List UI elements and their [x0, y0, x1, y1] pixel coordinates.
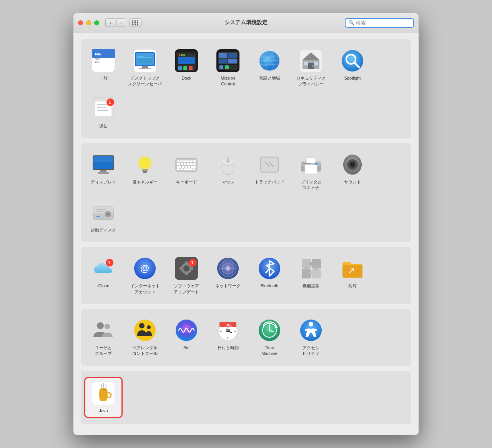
pref-display[interactable]: ディスプレイ — [84, 149, 123, 194]
timemachine-icon — [258, 319, 281, 342]
java-icon — [92, 382, 115, 405]
pref-dock[interactable]: Dock — [167, 45, 206, 90]
svg-rect-26 — [219, 53, 227, 58]
pref-software[interactable]: 1 ソフトウェアアップデート — [167, 253, 206, 298]
svg-rect-81 — [190, 163, 193, 165]
svg-rect-32 — [225, 65, 229, 69]
pref-spotlight[interactable]: Spotlight — [333, 45, 372, 90]
pref-energy[interactable]: 省エネルギー — [126, 149, 164, 194]
pref-printer[interactable]: プリンタとスキャナ — [292, 149, 330, 194]
titlebar: ‹ › システム環境設定 🔍 — [73, 13, 419, 33]
pref-timemachine[interactable]: TimeMachine — [250, 315, 289, 360]
pref-java-label: Java — [99, 408, 108, 414]
pref-icloud-icon-wrapper: 1 — [91, 256, 116, 281]
pref-timemachine-label: TimeMachine — [261, 345, 278, 357]
pref-security[interactable]: セキュリティとプライバシー — [292, 45, 330, 90]
pref-accessibility[interactable]: アクセシビリティ — [292, 315, 330, 360]
svg-rect-89 — [181, 168, 183, 170]
siri-icon — [175, 319, 198, 342]
svg-rect-72 — [180, 160, 183, 162]
grid-view-button[interactable] — [129, 18, 141, 27]
svg-rect-83 — [177, 166, 181, 168]
pref-internet-icon-wrapper: @ — [133, 256, 157, 281]
svg-rect-59 — [98, 172, 109, 174]
close-button[interactable] — [78, 20, 83, 25]
pref-users[interactable]: ユーザとグループ — [84, 315, 123, 360]
search-box[interactable]: 🔍 — [345, 18, 414, 28]
pref-users-label: ユーザとグループ — [95, 345, 112, 357]
svg-rect-29 — [228, 59, 237, 63]
svg-rect-82 — [193, 163, 196, 165]
system-preferences-window: ‹ › システム環境設定 🔍 — [73, 13, 419, 435]
svg-point-129 — [183, 265, 189, 271]
pref-dock-label: Dock — [181, 75, 191, 81]
svg-text:1: 1 — [108, 260, 110, 265]
svg-rect-18 — [189, 66, 193, 70]
parental-icon — [133, 319, 156, 342]
content-area: File New One 一般 — [73, 33, 419, 435]
svg-rect-131 — [185, 272, 188, 275]
pref-icloud[interactable]: 1 iCloud — [84, 253, 123, 298]
pref-parental[interactable]: ペアレンタルコントロール — [126, 315, 164, 360]
pref-mission[interactable]: MissionControl — [209, 45, 247, 90]
pref-network-label: ネットワーク — [215, 283, 241, 289]
svg-point-95 — [226, 158, 229, 163]
pref-extensions[interactable]: 機能拡張 — [292, 253, 330, 298]
pref-trackpad-label: トラックパッド — [255, 179, 284, 185]
svg-rect-87 — [191, 166, 196, 168]
svg-rect-7 — [94, 58, 113, 58]
pref-bluetooth[interactable]: Bluetooth — [250, 253, 289, 298]
notifications-icon: 1 — [92, 97, 115, 120]
svg-rect-80 — [187, 163, 189, 165]
back-button[interactable]: ‹ — [105, 18, 115, 27]
pref-timemachine-icon-wrapper — [257, 318, 282, 343]
pref-icloud-label: iCloud — [97, 283, 109, 289]
svg-text:JUL: JUL — [226, 323, 233, 327]
pref-extensions-icon-wrapper — [299, 256, 323, 281]
pref-mouse[interactable]: マウス — [209, 149, 247, 194]
pref-sound[interactable]: サウンド — [333, 149, 372, 194]
pref-energy-label: 省エネルギー — [132, 179, 158, 185]
pref-keyboard[interactable]: キーボード — [167, 149, 206, 194]
mission-icon — [216, 49, 239, 72]
pref-general[interactable]: File New One 一般 — [84, 45, 123, 90]
pref-extensions-label: 機能拡張 — [303, 283, 319, 289]
pref-bluetooth-icon-wrapper — [257, 256, 282, 281]
pref-language[interactable]: 言語と地域 — [250, 45, 289, 90]
pref-sound-label: サウンド — [344, 179, 361, 185]
dock-icon — [175, 49, 198, 72]
forward-button[interactable]: › — [116, 18, 126, 27]
pref-startup[interactable]: 起動ディスク — [84, 197, 123, 236]
maximize-button[interactable] — [94, 20, 99, 25]
pref-internet[interactable]: @ インターネットアカウント — [126, 253, 164, 298]
section-other-grid: Java — [84, 377, 408, 418]
svg-rect-132 — [180, 267, 183, 270]
pref-siri[interactable]: Siri — [167, 315, 206, 360]
network-icon — [216, 257, 239, 280]
pref-desktop[interactable]: デスクトップとスクリーンセーバ — [126, 45, 164, 90]
search-input[interactable] — [356, 20, 410, 26]
pref-keyboard-label: キーボード — [176, 179, 197, 185]
pref-network-icon-wrapper — [216, 256, 240, 281]
svg-rect-103 — [306, 158, 316, 163]
sound-icon — [341, 153, 364, 176]
svg-rect-78 — [181, 163, 183, 165]
pref-notifications[interactable]: 1 通知 — [84, 93, 123, 132]
section-internet-grid: 1 iCloud — [84, 253, 408, 298]
pref-notifications-label: 通知 — [99, 123, 108, 129]
pref-desktop-icon-wrapper — [133, 48, 157, 73]
pref-datetime[interactable]: JUL 18 日付と時刻 — [209, 315, 247, 360]
pref-sharing[interactable]: ↗ 共有 — [333, 253, 372, 298]
pref-accessibility-icon-wrapper — [299, 318, 323, 343]
pref-spotlight-label: Spotlight — [344, 75, 361, 81]
pref-network[interactable]: ネットワーク — [209, 253, 247, 298]
svg-rect-77 — [177, 163, 180, 165]
pref-dock-icon-wrapper — [174, 48, 199, 73]
pref-spotlight-icon-wrapper — [340, 48, 365, 73]
minimize-button[interactable] — [86, 20, 91, 25]
pref-mouse-icon-wrapper — [216, 152, 240, 177]
svg-rect-44 — [304, 62, 308, 65]
pref-java[interactable]: Java — [84, 377, 123, 418]
pref-trackpad[interactable]: トラックパッド — [250, 149, 289, 194]
svg-rect-133 — [190, 267, 193, 270]
